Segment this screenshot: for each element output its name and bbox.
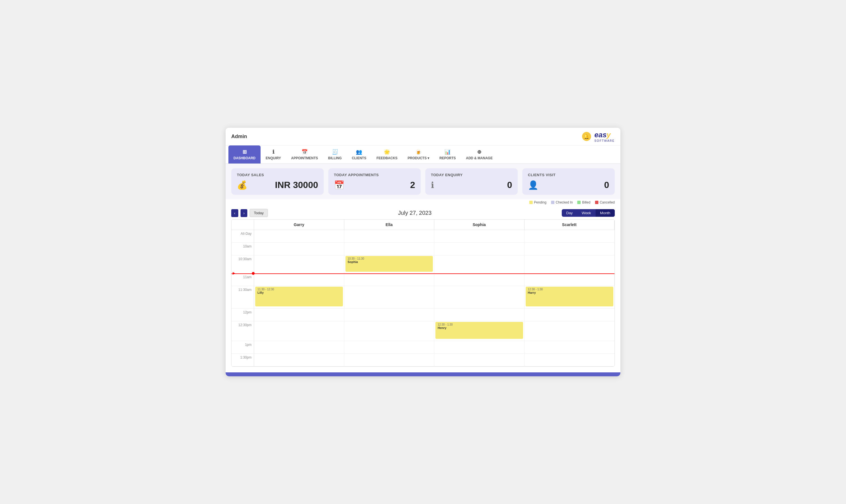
nav-feedbacks-label: FEEDBACKS bbox=[376, 156, 398, 160]
nav-feedbacks[interactable]: 🌟 FEEDBACKS bbox=[371, 145, 403, 163]
day-view-button[interactable]: Day bbox=[562, 209, 577, 217]
cell-130pm-ella bbox=[344, 354, 435, 366]
nav-add-manage-label: ADD & MANAGE bbox=[466, 156, 493, 160]
clients-visit-icon: 👤 bbox=[528, 180, 538, 190]
calendar-date: July 27, 2023 bbox=[398, 210, 431, 216]
nav-clients[interactable]: 👥 CLIENTS bbox=[347, 145, 371, 163]
today-enquiry-title: TODAY ENQUIRY bbox=[431, 173, 512, 177]
feedbacks-icon: 🌟 bbox=[384, 149, 390, 155]
current-time-arrow: ▶ bbox=[233, 271, 235, 275]
time-130pm: 1:30pm bbox=[231, 354, 254, 366]
col-garry: Garry bbox=[254, 220, 344, 230]
cell-allday-garry bbox=[254, 230, 344, 242]
cell-12pm-garry bbox=[254, 309, 344, 321]
time-12pm: 12pm bbox=[231, 309, 254, 321]
add-manage-icon: ⊕ bbox=[477, 149, 481, 155]
legend-pending-label: Pending bbox=[534, 200, 547, 204]
legend-checked-in-label: Checked In bbox=[556, 200, 573, 204]
week-view-button[interactable]: Week bbox=[577, 209, 596, 217]
logo-sub: SOFTWARE bbox=[595, 139, 615, 142]
time-column-header bbox=[231, 220, 254, 230]
cell-1pm-ella bbox=[344, 341, 435, 354]
col-ella: Ella bbox=[344, 220, 435, 230]
event-sophia[interactable]: 10:30 - 11:30 Sophia bbox=[346, 256, 433, 272]
clients-icon: 👥 bbox=[356, 149, 362, 155]
nav-clients-label: CLIENTS bbox=[352, 156, 366, 160]
cell-10am-garry bbox=[254, 243, 344, 255]
time-1pm: 1pm bbox=[231, 341, 254, 354]
event-harry-time: 12:30 - 1:30 bbox=[528, 288, 611, 291]
legend-cancelled: Cancelled bbox=[595, 200, 615, 204]
legend-billed: Billed bbox=[577, 200, 590, 204]
today-button[interactable]: Today bbox=[250, 209, 268, 217]
event-sophia-time: 10:30 - 11:30 bbox=[348, 257, 431, 260]
header: Admin 🔔 easy SOFTWARE bbox=[226, 128, 620, 145]
cell-11am-ella bbox=[344, 273, 435, 286]
nav-enquiry[interactable]: ℹ ENQUIRY bbox=[261, 145, 286, 163]
nav-dashboard-label: DASHBOARD bbox=[233, 156, 255, 160]
cell-1130am-scarlett[interactable]: 12:30 - 1:30 Harry bbox=[525, 286, 615, 308]
cell-11am-scarlett bbox=[525, 273, 615, 286]
event-lilly-time: 11:30 - 12:30 bbox=[258, 288, 341, 291]
cell-1030am-sophia bbox=[434, 255, 525, 273]
cell-1130am-ella bbox=[344, 286, 435, 308]
cell-allday-scarlett bbox=[525, 230, 615, 242]
clients-visit-value: 0 bbox=[604, 180, 609, 190]
logo: easy SOFTWARE bbox=[595, 130, 615, 142]
today-sales-icon: 💰 bbox=[237, 180, 247, 190]
next-button[interactable]: › bbox=[241, 209, 248, 217]
event-lilly[interactable]: 11:30 - 12:30 Lilly bbox=[255, 287, 343, 306]
cell-130pm-scarlett bbox=[525, 354, 615, 366]
view-toggle: Day Week Month bbox=[562, 209, 615, 217]
row-1030am: 10:30am 10:30 - 11:30 Sophia bbox=[231, 255, 615, 273]
row-allday: All-Day bbox=[231, 230, 615, 243]
notification-icon[interactable]: 🔔 bbox=[582, 132, 591, 141]
nav-dashboard[interactable]: ⊞ DASHBOARD bbox=[228, 145, 261, 163]
cancelled-dot bbox=[595, 201, 598, 204]
clients-visit-title: CLIENTS VISIT bbox=[528, 173, 609, 177]
time-11am: 11am bbox=[231, 273, 254, 286]
nav-reports[interactable]: 📊 REPORTS bbox=[434, 145, 461, 163]
today-enquiry-icon: ℹ bbox=[431, 180, 434, 190]
prev-button[interactable]: ‹ bbox=[231, 209, 238, 217]
current-time-line bbox=[231, 273, 615, 274]
calendar-nav: ‹ › Today bbox=[231, 209, 268, 217]
cell-130pm-sophia bbox=[434, 354, 525, 366]
app-container: Admin 🔔 easy SOFTWARE ⊞ DASHBOARD ℹ ENQU… bbox=[226, 128, 620, 376]
event-lilly-name: Lilly bbox=[258, 291, 341, 294]
legend-cancelled-label: Cancelled bbox=[600, 200, 615, 204]
time-1130am: 11:30am bbox=[231, 286, 254, 308]
cell-1230pm-sophia[interactable]: 12:30 - 1:30 Henry bbox=[434, 321, 525, 341]
event-henry[interactable]: 12:30 - 1:30 Henry bbox=[436, 322, 523, 339]
nav-billing[interactable]: 🧾 BILLING bbox=[323, 145, 347, 163]
nav-add-manage[interactable]: ⊕ ADD & MANAGE bbox=[461, 145, 498, 163]
stats-row: TODAY SALES 💰 INR 30000 TODAY APPOINTMEN… bbox=[226, 164, 620, 199]
today-enquiry-bottom: ℹ 0 bbox=[431, 180, 512, 190]
row-1pm: 1pm bbox=[231, 341, 615, 354]
admin-title: Admin bbox=[231, 133, 247, 140]
nav-billing-label: BILLING bbox=[328, 156, 342, 160]
event-henry-time: 12:30 - 1:30 bbox=[438, 323, 521, 326]
cell-1030am-ella[interactable]: 10:30 - 11:30 Sophia bbox=[344, 255, 435, 273]
checked-in-dot bbox=[551, 201, 554, 204]
nav: ⊞ DASHBOARD ℹ ENQUIRY 📅 APPOINTMENTS 🧾 B… bbox=[226, 145, 620, 164]
logo-text: easy bbox=[595, 130, 611, 139]
appointments-icon: 📅 bbox=[301, 149, 308, 155]
col-sophia: Sophia bbox=[434, 220, 525, 230]
legend-billed-label: Billed bbox=[582, 200, 590, 204]
month-view-button[interactable]: Month bbox=[596, 209, 615, 217]
billing-icon: 🧾 bbox=[332, 149, 338, 155]
event-harry[interactable]: 12:30 - 1:30 Harry bbox=[526, 287, 614, 306]
nav-appointments-label: APPOINTMENTS bbox=[291, 156, 318, 160]
nav-products[interactable]: 🍺 PRODUCTS ▾ bbox=[403, 145, 435, 163]
cell-12pm-ella bbox=[344, 309, 435, 321]
time-1030am: 10:30am bbox=[231, 255, 254, 273]
nav-appointments[interactable]: 📅 APPOINTMENTS bbox=[286, 145, 323, 163]
time-allday: All-Day bbox=[231, 230, 254, 242]
cell-1130am-garry[interactable]: 11:30 - 12:30 Lilly bbox=[254, 286, 344, 308]
legend-pending: Pending bbox=[529, 200, 547, 204]
cell-11am-garry bbox=[254, 273, 344, 286]
clients-visit-bottom: 👤 0 bbox=[528, 180, 609, 190]
nav-products-label: PRODUCTS ▾ bbox=[408, 156, 429, 160]
today-sales-bottom: 💰 INR 30000 bbox=[237, 180, 318, 190]
